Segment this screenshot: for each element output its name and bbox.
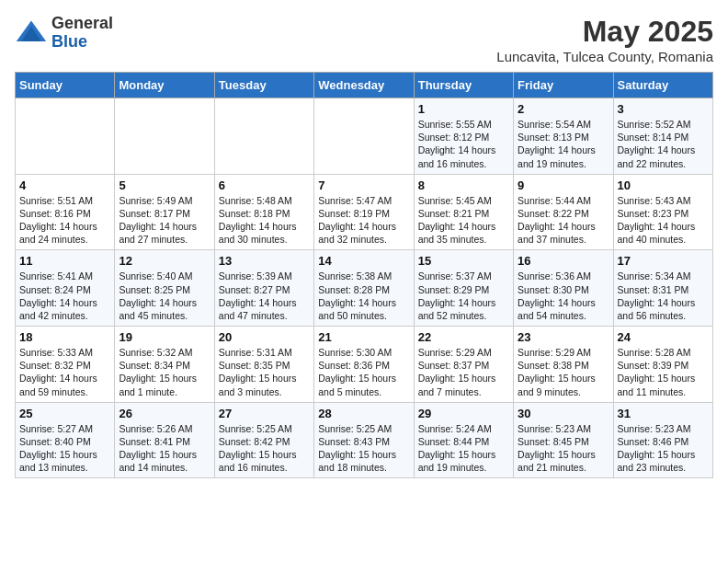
calendar-cell: 23Sunrise: 5:29 AM Sunset: 8:38 PM Dayli… [514, 327, 613, 403]
page-header: General Blue May 2025 Luncavita, Tulcea … [15, 15, 713, 64]
day-info: Sunrise: 5:45 AM Sunset: 8:21 PM Dayligh… [418, 194, 509, 247]
day-info: Sunrise: 5:39 AM Sunset: 8:27 PM Dayligh… [219, 270, 310, 322]
day-info: Sunrise: 5:34 AM Sunset: 8:31 PM Dayligh… [618, 270, 709, 322]
header-thursday: Thursday [414, 73, 513, 98]
calendar-week-3: 11Sunrise: 5:41 AM Sunset: 8:24 PM Dayli… [16, 250, 713, 327]
location-text: Luncavita, Tulcea County, Romania [496, 49, 713, 64]
day-number: 4 [19, 178, 110, 192]
day-number: 5 [119, 178, 210, 192]
day-number: 13 [219, 254, 310, 268]
day-number: 29 [418, 407, 509, 420]
calendar-week-2: 4Sunrise: 5:51 AM Sunset: 8:16 PM Daylig… [16, 174, 713, 250]
day-info: Sunrise: 5:23 AM Sunset: 8:46 PM Dayligh… [618, 422, 709, 475]
day-info: Sunrise: 5:40 AM Sunset: 8:25 PM Dayligh… [119, 270, 210, 322]
calendar-cell [214, 98, 313, 175]
calendar-cell: 11Sunrise: 5:41 AM Sunset: 8:24 PM Dayli… [16, 250, 115, 327]
day-info: Sunrise: 5:31 AM Sunset: 8:35 PM Dayligh… [219, 346, 310, 398]
day-info: Sunrise: 5:30 AM Sunset: 8:36 PM Dayligh… [318, 346, 409, 398]
calendar-cell: 22Sunrise: 5:29 AM Sunset: 8:37 PM Dayli… [414, 327, 513, 403]
day-number: 8 [418, 178, 509, 192]
calendar-cell: 9Sunrise: 5:44 AM Sunset: 8:22 PM Daylig… [514, 174, 613, 250]
header-saturday: Saturday [613, 73, 712, 98]
day-info: Sunrise: 5:55 AM Sunset: 8:12 PM Dayligh… [418, 118, 509, 170]
day-number: 7 [318, 178, 409, 192]
logo-text: General Blue [51, 15, 113, 52]
day-info: Sunrise: 5:49 AM Sunset: 8:17 PM Dayligh… [119, 194, 210, 247]
calendar-cell: 4Sunrise: 5:51 AM Sunset: 8:16 PM Daylig… [16, 174, 115, 250]
day-number: 25 [19, 407, 110, 420]
calendar-cell [115, 98, 214, 175]
calendar-cell: 10Sunrise: 5:43 AM Sunset: 8:23 PM Dayli… [613, 174, 712, 250]
day-number: 17 [618, 254, 709, 268]
day-info: Sunrise: 5:41 AM Sunset: 8:24 PM Dayligh… [19, 270, 110, 322]
day-number: 6 [219, 178, 310, 192]
calendar-cell [314, 98, 414, 175]
calendar-cell: 24Sunrise: 5:28 AM Sunset: 8:39 PM Dayli… [613, 327, 712, 403]
day-info: Sunrise: 5:47 AM Sunset: 8:19 PM Dayligh… [318, 194, 409, 247]
day-number: 3 [618, 102, 709, 116]
day-info: Sunrise: 5:51 AM Sunset: 8:16 PM Dayligh… [19, 194, 110, 247]
day-info: Sunrise: 5:25 AM Sunset: 8:43 PM Dayligh… [318, 422, 409, 475]
day-info: Sunrise: 5:24 AM Sunset: 8:44 PM Dayligh… [418, 422, 509, 475]
day-number: 27 [219, 407, 310, 420]
header-tuesday: Tuesday [214, 73, 313, 98]
day-number: 10 [618, 178, 709, 192]
calendar-cell: 26Sunrise: 5:26 AM Sunset: 8:41 PM Dayli… [115, 402, 214, 478]
calendar-cell: 3Sunrise: 5:52 AM Sunset: 8:14 PM Daylig… [613, 98, 712, 175]
logo: General Blue [15, 15, 113, 52]
calendar-cell: 29Sunrise: 5:24 AM Sunset: 8:44 PM Dayli… [414, 402, 513, 478]
calendar-table: SundayMondayTuesdayWednesdayThursdayFrid… [15, 72, 713, 478]
day-number: 1 [418, 102, 509, 116]
calendar-cell: 1Sunrise: 5:55 AM Sunset: 8:12 PM Daylig… [414, 98, 513, 175]
day-info: Sunrise: 5:23 AM Sunset: 8:45 PM Dayligh… [518, 422, 609, 475]
day-info: Sunrise: 5:29 AM Sunset: 8:37 PM Dayligh… [418, 346, 509, 398]
day-info: Sunrise: 5:43 AM Sunset: 8:23 PM Dayligh… [618, 194, 709, 247]
generalblue-icon [15, 17, 48, 50]
calendar-cell: 18Sunrise: 5:33 AM Sunset: 8:32 PM Dayli… [16, 327, 115, 403]
calendar-cell: 6Sunrise: 5:48 AM Sunset: 8:18 PM Daylig… [214, 174, 313, 250]
calendar-cell: 5Sunrise: 5:49 AM Sunset: 8:17 PM Daylig… [115, 174, 214, 250]
day-number: 23 [518, 330, 609, 344]
calendar-cell: 16Sunrise: 5:36 AM Sunset: 8:30 PM Dayli… [514, 250, 613, 327]
calendar-cell: 14Sunrise: 5:38 AM Sunset: 8:28 PM Dayli… [314, 250, 414, 327]
day-info: Sunrise: 5:27 AM Sunset: 8:40 PM Dayligh… [19, 422, 110, 475]
calendar-cell: 15Sunrise: 5:37 AM Sunset: 8:29 PM Dayli… [414, 250, 513, 327]
calendar-cell: 31Sunrise: 5:23 AM Sunset: 8:46 PM Dayli… [613, 402, 712, 478]
day-info: Sunrise: 5:26 AM Sunset: 8:41 PM Dayligh… [119, 422, 210, 475]
day-info: Sunrise: 5:38 AM Sunset: 8:28 PM Dayligh… [318, 270, 409, 322]
day-number: 15 [418, 254, 509, 268]
day-number: 24 [618, 330, 709, 344]
calendar-cell: 30Sunrise: 5:23 AM Sunset: 8:45 PM Dayli… [514, 402, 613, 478]
logo-general-text: General [51, 15, 113, 33]
calendar-cell: 12Sunrise: 5:40 AM Sunset: 8:25 PM Dayli… [115, 250, 214, 327]
calendar-cell: 19Sunrise: 5:32 AM Sunset: 8:34 PM Dayli… [115, 327, 214, 403]
calendar-header-row: SundayMondayTuesdayWednesdayThursdayFrid… [16, 73, 713, 98]
calendar-cell: 21Sunrise: 5:30 AM Sunset: 8:36 PM Dayli… [314, 327, 414, 403]
day-info: Sunrise: 5:37 AM Sunset: 8:29 PM Dayligh… [418, 270, 509, 322]
day-number: 21 [318, 330, 409, 344]
calendar-week-4: 18Sunrise: 5:33 AM Sunset: 8:32 PM Dayli… [16, 327, 713, 403]
day-number: 19 [119, 330, 210, 344]
day-info: Sunrise: 5:52 AM Sunset: 8:14 PM Dayligh… [618, 118, 709, 170]
day-number: 16 [518, 254, 609, 268]
day-number: 20 [219, 330, 310, 344]
calendar-cell: 20Sunrise: 5:31 AM Sunset: 8:35 PM Dayli… [214, 327, 313, 403]
day-info: Sunrise: 5:25 AM Sunset: 8:42 PM Dayligh… [219, 422, 310, 475]
calendar-cell: 25Sunrise: 5:27 AM Sunset: 8:40 PM Dayli… [16, 402, 115, 478]
calendar-cell: 13Sunrise: 5:39 AM Sunset: 8:27 PM Dayli… [214, 250, 313, 327]
day-info: Sunrise: 5:44 AM Sunset: 8:22 PM Dayligh… [518, 194, 609, 247]
calendar-week-5: 25Sunrise: 5:27 AM Sunset: 8:40 PM Dayli… [16, 402, 713, 478]
calendar-cell: 7Sunrise: 5:47 AM Sunset: 8:19 PM Daylig… [314, 174, 414, 250]
day-info: Sunrise: 5:29 AM Sunset: 8:38 PM Dayligh… [518, 346, 609, 398]
day-number: 2 [518, 102, 609, 116]
day-info: Sunrise: 5:36 AM Sunset: 8:30 PM Dayligh… [518, 270, 609, 322]
day-number: 12 [119, 254, 210, 268]
calendar-week-1: 1Sunrise: 5:55 AM Sunset: 8:12 PM Daylig… [16, 98, 713, 175]
day-info: Sunrise: 5:32 AM Sunset: 8:34 PM Dayligh… [119, 346, 210, 398]
day-number: 31 [618, 407, 709, 420]
calendar-cell: 27Sunrise: 5:25 AM Sunset: 8:42 PM Dayli… [214, 402, 313, 478]
calendar-cell: 8Sunrise: 5:45 AM Sunset: 8:21 PM Daylig… [414, 174, 513, 250]
day-number: 30 [518, 407, 609, 420]
day-number: 26 [119, 407, 210, 420]
day-info: Sunrise: 5:28 AM Sunset: 8:39 PM Dayligh… [618, 346, 709, 398]
